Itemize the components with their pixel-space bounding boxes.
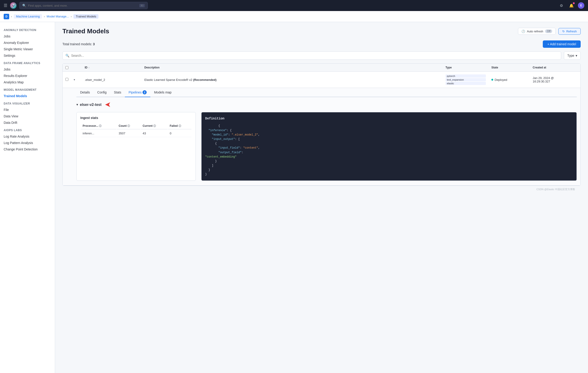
sidebar-item-log-pattern-analysis[interactable]: Log Pattern Analysis [0,140,55,146]
breadcrumb-sep-1: › [11,15,12,18]
type-tag-text-expansion: text_expansion [445,78,486,81]
tab-pipelines[interactable]: Pipelines 2 [125,88,150,97]
row-expand-chevron[interactable]: ▾ [71,78,82,81]
processor-info-icon[interactable]: ⓘ [99,124,101,127]
search-input-wrap[interactable]: 🔍 [63,51,561,60]
sort-icon: ↑ [88,66,90,69]
breadcrumb-sep-3: › [71,15,72,18]
type-filter-dropdown[interactable]: Type ▾ [564,51,581,60]
breadcrumb-home-avatar[interactable]: D [4,14,9,19]
row-checkbox[interactable] [63,78,71,82]
user-avatar[interactable]: E [578,2,584,9]
sidebar-item-log-rate-analysis[interactable]: Log Rate Analysis [0,133,55,140]
add-trained-model-button[interactable]: + Add trained model [543,40,581,48]
col-checkbox [63,66,71,69]
menu-icon[interactable]: ☰ [4,3,7,8]
col-id-label: ID [85,66,87,69]
ingest-stats-card: Ingest stats Processor... ⓘ Count ⓘ [76,112,196,181]
breadcrumb-machine-learning[interactable]: Machine Learning [14,14,42,19]
count-info-icon[interactable]: ⓘ [127,124,130,127]
sidebar-item-single-metric-viewer[interactable]: Single Metric Viewer [0,46,55,52]
model-created-cell: Jan 29, 2024 @16:29:30.327 [530,76,580,83]
sidebar-item-settings[interactable]: Settings [0,52,55,59]
sidebar-section-anomaly-detection: Anomaly Detection [0,26,55,33]
main-content: Trained Models 🕐 Auto refresh Off ↻ Refr… [55,22,588,373]
definition-title: Definition [205,116,573,121]
model-search-input[interactable] [71,54,558,57]
failed-info-icon[interactable]: ⓘ [178,124,181,127]
sidebar-item-change-point-detection[interactable]: Change Point Detection [0,146,55,153]
auto-refresh-button[interactable]: 🕐 Auto refresh Off [518,28,556,35]
table-row: inferen... 3507 43 0 [81,130,191,137]
col-state: State [489,66,530,69]
sidebar-item-anomaly-explorer[interactable]: Anomaly Explorer [0,40,55,46]
table-row: ▾ .elser_model_2 Elastic Learned Sparse … [63,72,580,88]
definition-card: Definition { "inference": { "model_id": … [201,112,577,181]
svg-point-3 [13,6,15,7]
notifications-icon-btn[interactable]: 🔔 [568,2,575,9]
sidebar-item-data-drift[interactable]: Data Drift [0,120,55,126]
search-icon: 🔍 [65,54,69,57]
table-header: ID ↑ Description Type State Created at [63,64,580,72]
col-id[interactable]: ID ↑ [82,66,142,69]
global-search[interactable]: 🔍 ⌘/ [19,2,148,9]
tab-config[interactable]: Config [94,88,110,97]
nav-right-actions: ⚙ 🔔 E [558,2,584,9]
watermark: CSDN @Elastic 中国社区官方博客 [63,186,581,193]
chevron-down-icon: ▾ [576,54,577,57]
tab-stats[interactable]: Stats [110,88,125,97]
tab-details[interactable]: Details [76,88,94,97]
expanded-panel: Details Config Stats Pipelines 2 [63,88,580,185]
ingest-col-processor: Processor... ⓘ [81,123,116,129]
sidebar-item-trained-models[interactable]: Trained Models [0,93,55,99]
app-logo [10,2,17,9]
settings-icon-btn[interactable]: ⚙ [558,2,565,9]
page-header: Trained Models 🕐 Auto refresh Off ↻ Refr… [63,28,581,35]
pipeline-details-columns: Ingest stats Processor... ⓘ Count ⓘ [76,112,577,181]
pipeline-header[interactable]: ▾ elser-v2-test ➤ [76,101,577,109]
cursor-indicator: ➤ [105,101,110,109]
model-state-cell: Deployed [489,78,530,82]
sidebar-section-aiops: AIOps Labs [0,126,55,133]
tab-models-map[interactable]: Models map [150,88,175,97]
type-dropdown-label: Type [567,54,574,57]
ingest-count-cell: 3507 [117,130,140,137]
auto-refresh-label: Auto refresh [527,30,543,33]
sidebar: Anomaly Detection Jobs Anomaly Explorer … [0,22,55,373]
breadcrumb-model-management[interactable]: Model Manage... [47,15,69,18]
pipeline-name: elser-v2-test [80,103,101,107]
breadcrumb-trained-models: Trained Models [74,14,98,19]
sidebar-section-data-viz: Data Visualizer [0,99,55,107]
current-info-icon[interactable]: ⓘ [153,124,156,127]
model-id-cell: .elser_model_2 [82,78,142,82]
model-row-wrapper: ▾ .elser_model_2 Elastic Learned Sparse … [63,72,580,186]
sidebar-item-data-view[interactable]: Data View [0,113,55,120]
pipeline-chevron-icon: ▾ [76,103,78,106]
tab-config-label: Config [97,90,106,94]
refresh-button[interactable]: ↻ Refresh [558,28,581,35]
notification-badge [573,2,575,4]
select-all-checkbox[interactable] [65,66,68,69]
search-icon: 🔍 [22,4,26,7]
breadcrumb-bar: D › Machine Learning › Model Manage... ›… [0,11,588,22]
search-input[interactable] [28,4,137,7]
ingest-stats-table: Processor... ⓘ Count ⓘ Current ⓘ [80,122,192,138]
state-label: Deployed [494,78,507,82]
type-tag-elastic: elastic [445,82,486,85]
definition-code: { "inference": { "model_id": ".elser_mod… [205,124,573,177]
breadcrumb-sep-2: › [44,15,45,18]
sidebar-item-results-explorer[interactable]: Results Explorer [0,73,55,79]
tab-stats-label: Stats [114,90,121,94]
tab-models-map-label: Models map [154,90,171,94]
sidebar-section-model-mgmt: Model Management [0,86,55,93]
sidebar-item-analytics-map[interactable]: Analytics Map [0,79,55,86]
svg-point-2 [12,6,13,7]
ingest-col-count: Count ⓘ [117,123,140,129]
sidebar-item-file[interactable]: File [0,107,55,113]
models-table: ID ↑ Description Type State Created at ▾… [63,63,581,186]
tab-details-label: Details [80,90,90,94]
ingest-col-current: Current ⓘ [141,123,167,129]
sidebar-item-jobs-anomaly[interactable]: Jobs [0,33,55,40]
sidebar-item-jobs-dfa[interactable]: Jobs [0,66,55,73]
ingest-processor-cell: inferen... [81,130,116,137]
